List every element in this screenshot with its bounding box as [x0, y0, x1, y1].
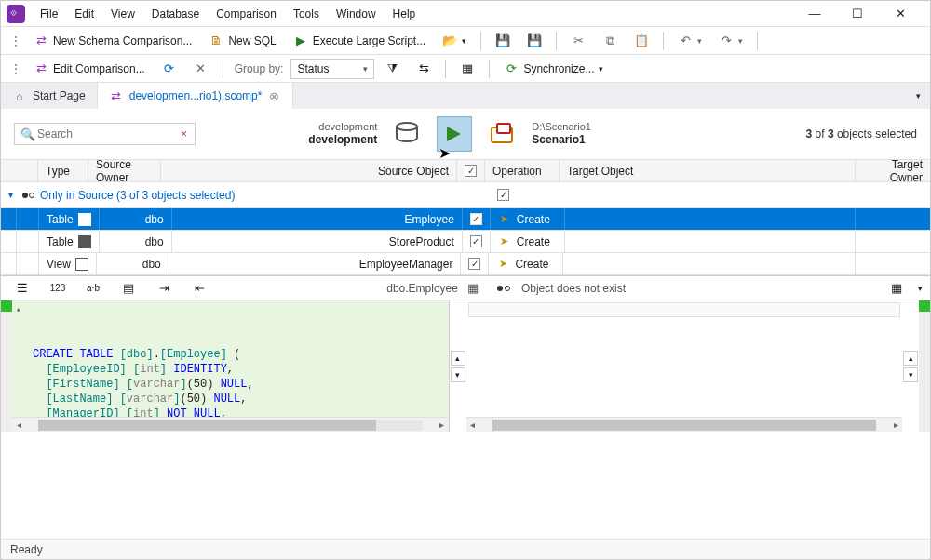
maximize-button[interactable]: ☐	[844, 5, 870, 23]
tab-start-page[interactable]: ⌂ Start Page	[1, 83, 98, 109]
open-dropdown-button[interactable]: 📂 ▾	[436, 30, 473, 52]
target-label: D:\Scenario1 Scenario1	[532, 120, 591, 148]
left-nav-band[interactable]	[1, 300, 12, 432]
cancel-icon: ✕	[194, 61, 209, 76]
chevron-down-icon: ▾	[918, 284, 923, 293]
synchronize-button[interactable]: ⟳ Synchronize... ▾	[497, 58, 610, 80]
detail-wrap-button[interactable]: a·b	[79, 277, 107, 300]
redo-icon: ↷	[719, 33, 734, 48]
grid-header-operation[interactable]: Operation	[485, 160, 560, 181]
grid-header-source-object[interactable]: Source Object	[161, 160, 457, 181]
row-operation[interactable]: ➤Create	[489, 253, 563, 274]
target-hscroll[interactable]: ◂ ▸	[466, 417, 903, 432]
new-sql-button[interactable]: 🗎 New SQL	[202, 30, 282, 52]
minimize-button[interactable]: —	[802, 5, 828, 23]
diff-prev-button[interactable]: ▴	[903, 351, 918, 366]
filter-button[interactable]: ⧩	[378, 58, 406, 80]
step-back-icon: ⇤	[192, 281, 207, 296]
edit-comparison-button[interactable]: ⇄ Edit Comparison...	[27, 58, 152, 80]
menu-comparison[interactable]: Comparison	[209, 5, 284, 23]
group-by-combo[interactable]: Status ▾	[290, 59, 374, 79]
detail-view-ddl-button[interactable]: ☰	[8, 277, 36, 300]
menu-database[interactable]: Database	[144, 5, 207, 23]
row-source-object: Employee	[172, 208, 463, 230]
search-input[interactable]	[35, 127, 179, 141]
detail-number-button[interactable]: 123	[44, 277, 72, 300]
source-hscroll[interactable]: ◂ ▸	[12, 417, 449, 432]
menu-help[interactable]: Help	[385, 5, 424, 23]
group-label: Only in Source (3 of 3 objects selected)	[40, 189, 235, 202]
menu-window[interactable]: Window	[329, 5, 384, 23]
swap-button[interactable]: ⇆	[410, 58, 438, 80]
save-all-button[interactable]: 💾	[520, 30, 548, 52]
view-icon	[75, 258, 88, 271]
detail-diff-button[interactable]: ▤	[115, 277, 142, 300]
detail-split: ▴ CREATE TABLE [dbo].[Employee] ( [Emplo…	[1, 300, 930, 432]
group-status-icon	[22, 193, 34, 198]
row-operation[interactable]: ➤Create	[491, 208, 565, 230]
detail-prev-button[interactable]: ⇤	[185, 277, 213, 300]
grid-header-check[interactable]: ✓	[457, 160, 485, 181]
row-type: Table	[39, 208, 100, 230]
grid-header-type[interactable]: Type	[38, 160, 88, 181]
redo-button[interactable]: ↷▾	[712, 30, 749, 52]
diff-next-button[interactable]: ▾	[903, 367, 918, 382]
new-schema-comparison-button[interactable]: ⇄ New Schema Comparison...	[27, 30, 198, 52]
scroll-right-icon[interactable]: ▸	[889, 419, 902, 432]
undo-icon: ↶	[678, 33, 693, 48]
group-checkbox[interactable]: ✓	[497, 189, 509, 201]
source-code-text[interactable]: ▴ CREATE TABLE [dbo].[Employee] ( [Emplo…	[12, 300, 449, 417]
menu-file[interactable]: File	[33, 5, 65, 23]
execute-large-script-button[interactable]: ▶ Execute Large Script...	[287, 30, 432, 52]
row-indent	[1, 253, 17, 274]
row-checkbox[interactable]: ✓	[463, 208, 491, 230]
grid-header-target-object[interactable]: Target Object	[560, 160, 856, 181]
menu-edit[interactable]: Edit	[67, 5, 101, 23]
table-row[interactable]: ViewdboEmployeeManager✓➤Create	[1, 253, 930, 275]
paste-button[interactable]: 📋	[627, 30, 655, 52]
group-collapse-button[interactable]: ▾	[5, 190, 17, 200]
table-row[interactable]: TabledboStoreProduct✓➤Create	[1, 231, 930, 253]
menu-view[interactable]: View	[103, 5, 142, 23]
toolbar-main: ⋮ ⇄ New Schema Comparison... 🗎 New SQL ▶…	[1, 27, 930, 55]
row-checkbox[interactable]: ✓	[461, 253, 489, 274]
diff-icon: ▤	[121, 281, 136, 296]
separator-icon	[757, 32, 758, 50]
menu-tools[interactable]: Tools	[286, 5, 327, 23]
grid-group-only-in-source[interactable]: ▾ Only in Source (3 of 3 objects selecte…	[1, 182, 930, 208]
refresh-button[interactable]: ⟳	[155, 58, 183, 80]
diff-prev-next-buttons: ▴ ▾	[450, 300, 466, 432]
scroll-left-icon[interactable]: ◂	[12, 419, 25, 432]
tab-overflow-button[interactable]: ▾	[907, 83, 930, 109]
cut-button[interactable]: ✂	[564, 30, 592, 52]
diff-next-button[interactable]: ▾	[451, 367, 466, 382]
row-operation[interactable]: ➤Create	[491, 231, 565, 252]
search-box[interactable]: 🔍 ×	[14, 123, 196, 145]
close-button[interactable]: ✕	[887, 5, 913, 23]
right-nav-band[interactable]	[919, 300, 930, 432]
comparison-grid: Type Source Owner Source Object ✓ Operat…	[1, 159, 930, 275]
undo-button[interactable]: ↶▾	[671, 30, 708, 52]
source-title: development	[308, 133, 377, 148]
scroll-right-icon[interactable]: ▸	[436, 419, 449, 432]
scroll-left-icon[interactable]: ◂	[466, 419, 479, 432]
table-row[interactable]: TabledboEmployee✓➤Create	[1, 208, 930, 231]
search-clear-button[interactable]: ×	[179, 127, 189, 140]
detail-next-button[interactable]: ⇥	[150, 277, 178, 300]
row-status-icon	[17, 208, 39, 230]
diff-prev-button[interactable]: ▴	[451, 351, 466, 366]
cancel-button[interactable]: ✕	[187, 58, 215, 80]
separator-icon	[480, 32, 481, 50]
save-button[interactable]: 💾	[489, 30, 517, 52]
grid-header-target-owner[interactable]: Target Owner	[856, 160, 930, 181]
copy-button[interactable]: ⧉	[596, 30, 624, 52]
target-code-text[interactable]	[466, 300, 903, 417]
row-checkbox[interactable]: ✓	[463, 231, 491, 252]
tab-close-button[interactable]: ⊗	[267, 89, 281, 103]
detail-grid-button[interactable]: ▦	[883, 277, 911, 300]
start-page-icon: ⌂	[12, 88, 27, 103]
tab-comparison-doc[interactable]: ⇄ developmen...rio1).scomp* ⊗	[98, 83, 294, 109]
fold-icon[interactable]: ▴	[16, 302, 20, 317]
grid-options-button[interactable]: ▦	[453, 58, 481, 80]
grid-header-source-owner[interactable]: Source Owner	[88, 160, 161, 181]
